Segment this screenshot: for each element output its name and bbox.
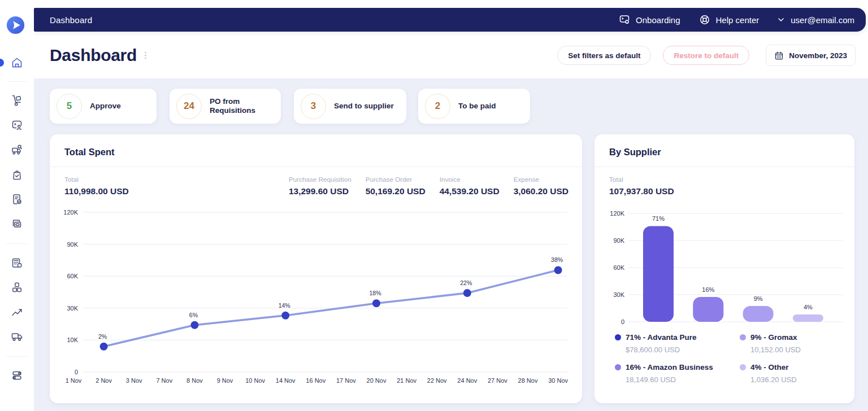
truck-icon: [10, 330, 24, 343]
legend-item: 4% - Other 1,036.20 USD: [740, 363, 801, 384]
legend-dot: [740, 334, 746, 340]
x-axis-label: 21 Nov: [397, 377, 416, 384]
legend-label: 16% - Amazon Business: [626, 363, 713, 371]
stat-label: Send to supplier: [334, 102, 394, 111]
y-axis-label: 60K: [613, 264, 624, 271]
stat-card-approve[interactable]: 5 Approve: [50, 89, 157, 124]
onboarding-link[interactable]: Onboarding: [618, 14, 680, 26]
sidebar-item-supplier-search[interactable]: [10, 143, 24, 157]
legend-label: 4% - Other: [750, 363, 789, 371]
stat-col-label: Purchase Requisition: [289, 176, 351, 183]
y-axis-label: 10K: [67, 336, 78, 343]
bar-label: 71%: [652, 215, 665, 222]
bar-Gromax[interactable]: [743, 306, 774, 322]
sidebar-item-home[interactable]: [10, 56, 24, 69]
sidebar-item-inventory[interactable]: [10, 281, 24, 294]
legend-item: 9% - Gromax 10,152.00 USD: [740, 333, 801, 354]
sidebar-divider: [7, 81, 27, 82]
bar-label: 16%: [702, 286, 714, 293]
help-center-icon: [698, 14, 711, 26]
y-axis-label: 90K: [613, 237, 624, 244]
bar-Advanta Pure[interactable]: [643, 226, 674, 322]
x-axis-label: 10 Nov: [245, 377, 265, 384]
user-menu[interactable]: user@email.com: [777, 15, 854, 25]
restore-default-button[interactable]: Restore to default: [663, 46, 749, 65]
supplier-legend: 71% - Advanta Pure $78,600.00 USD 9% - G…: [615, 333, 801, 384]
stat-card-to-be-paid[interactable]: 2 To be paid: [418, 89, 530, 124]
total-spent-title: Total Spent: [50, 134, 582, 167]
stat-col-label: Purchase Order: [366, 176, 426, 183]
stat-col-label: Total: [64, 176, 275, 183]
stat-cards: 5 Approve 24 PO from Requisitions 3 Send…: [50, 89, 530, 124]
y-axis-label: 60K: [67, 273, 78, 279]
stat-label: PO from Requisitions: [210, 97, 276, 115]
supplier-total-value: 107,937.80 USD: [609, 186, 841, 196]
stat-col-value: 50,169.20 USD: [366, 186, 426, 196]
legend-item: 71% - Advanta Pure $78,600.00 USD: [615, 333, 740, 354]
hand-truck-icon: [10, 94, 24, 107]
stat-label: Approve: [90, 102, 121, 111]
folder-card-icon: [10, 217, 24, 231]
sidebar-item-settings[interactable]: [10, 369, 24, 382]
sidebar-item-procurement[interactable]: [10, 94, 24, 107]
x-axis-label: 2 Nov: [96, 377, 112, 384]
x-axis-label: 24 Nov: [457, 377, 477, 384]
supplier-total-label: Total: [609, 176, 841, 183]
stat-count-badge: 24: [176, 94, 202, 119]
stat-label: To be paid: [458, 102, 496, 111]
sidebar-item-calculator[interactable]: [10, 256, 24, 270]
data-point[interactable]: [372, 299, 380, 307]
cubes-icon: [10, 281, 24, 294]
sidebar-item-requisitions[interactable]: [10, 119, 24, 132]
by-supplier-title: By Supplier: [594, 134, 854, 167]
truck-search-icon: [10, 143, 24, 157]
kebab-menu-icon[interactable]: [145, 52, 146, 59]
stat-card-send-to-supplier[interactable]: 3 Send to supplier: [294, 89, 406, 124]
sidebar: [0, 0, 34, 411]
data-point-label: 2%: [98, 333, 107, 340]
chat-person-icon: [10, 119, 24, 132]
data-point[interactable]: [100, 343, 108, 351]
stat-col-label: Expense: [514, 176, 568, 183]
help-center-link[interactable]: Help center: [698, 14, 760, 26]
page-header: Dashboard Set filters as default Restore…: [50, 44, 856, 67]
date-label: November, 2023: [789, 51, 847, 60]
by-supplier-bar-chart: 030K60K90K120K71%16%9%4%: [609, 208, 843, 329]
stat-col-value: 44,539.20 USD: [440, 186, 500, 196]
data-point[interactable]: [190, 321, 198, 329]
legend-label: 71% - Advanta Pure: [626, 333, 697, 342]
chevron-down-icon: [777, 16, 785, 24]
y-axis-label: 120K: [63, 209, 78, 216]
y-axis-label: 120K: [610, 210, 624, 217]
app-logo[interactable]: [6, 16, 25, 34]
set-filters-button[interactable]: Set filters as default: [557, 46, 651, 65]
sidebar-item-delivery[interactable]: [10, 330, 24, 343]
sidebar-item-orders[interactable]: [10, 168, 24, 182]
data-point[interactable]: [554, 266, 562, 274]
x-axis-label: 7 Nov: [156, 377, 172, 384]
sidebar-item-documents[interactable]: [10, 193, 24, 206]
data-point-label: 38%: [551, 256, 563, 263]
bar-Other[interactable]: [793, 314, 823, 322]
stat-col-label: Invoice: [440, 176, 500, 183]
topbar: Dashboard Onboarding Help center user@em…: [34, 8, 866, 32]
home-icon: [10, 56, 24, 69]
stat-count-badge: 5: [57, 94, 82, 119]
stat-card-po-from-requisitions[interactable]: 24 PO from Requisitions: [170, 89, 281, 124]
data-point[interactable]: [281, 312, 289, 320]
legend-label: 9% - Gromax: [750, 333, 797, 342]
legend-dot: [740, 364, 746, 370]
x-axis-label: 30 Nov: [548, 377, 568, 384]
date-picker-button[interactable]: November, 2023: [766, 45, 856, 66]
bar-Amazon Business[interactable]: [693, 297, 723, 322]
y-axis-label: 30K: [67, 305, 78, 312]
x-axis-label: 28 Nov: [518, 377, 538, 384]
data-point[interactable]: [463, 289, 471, 297]
bag-check-icon: [10, 168, 24, 182]
onboarding-icon: [618, 14, 631, 26]
data-point-label: 14%: [279, 302, 290, 309]
sidebar-item-analytics[interactable]: [10, 305, 24, 319]
sidebar-item-folders[interactable]: [10, 217, 24, 231]
legend-dot: [615, 364, 621, 370]
stat-count-badge: 3: [301, 94, 326, 119]
